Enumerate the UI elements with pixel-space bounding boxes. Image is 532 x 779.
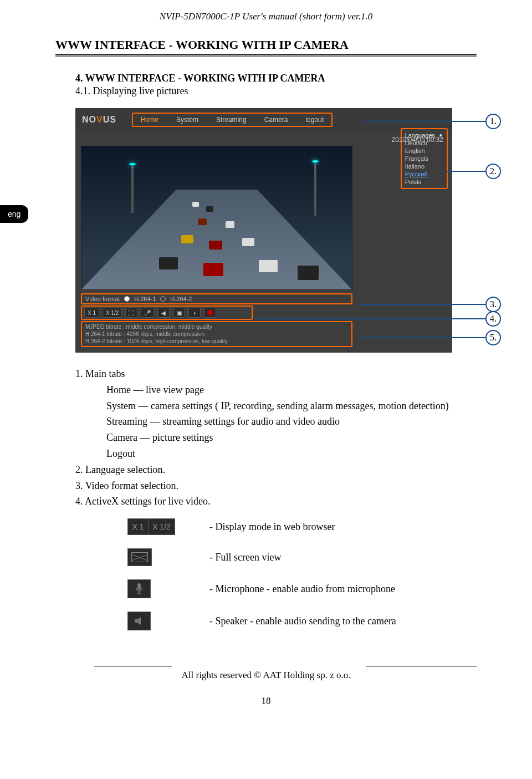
legend-camera: Camera — picture settings bbox=[106, 430, 477, 446]
mic-button[interactable]: 🎤 bbox=[141, 308, 154, 318]
callout-3: 3. bbox=[358, 297, 501, 312]
page-number: 18 bbox=[0, 695, 532, 706]
nav-camera[interactable]: Camera bbox=[264, 116, 288, 124]
fullscreen-icon bbox=[127, 548, 152, 566]
pause-button[interactable]: ▪ bbox=[188, 308, 201, 318]
footer-rule bbox=[94, 666, 477, 666]
vf-h264-2-label: H.264-2 bbox=[170, 296, 192, 302]
nav-system[interactable]: System bbox=[176, 116, 198, 124]
vf-h264-1-label: H.264-1 bbox=[134, 296, 156, 302]
zoom-x1-button[interactable]: X 1 bbox=[84, 308, 99, 318]
callout-num-4: 4. bbox=[485, 311, 501, 327]
live-video-frame[interactable] bbox=[81, 146, 352, 290]
manual-header: NVIP-5DN7000C-1P User's manual (short fo… bbox=[55, 11, 477, 22]
legend-list: 1. Main tabs Home — live view page Syste… bbox=[75, 366, 477, 510]
desc-mic: - Microphone - enable audio from microph… bbox=[209, 583, 395, 595]
callout-num-5: 5. bbox=[485, 330, 501, 345]
icon-descriptions: X 1X 1/2 - Display mode in web browser -… bbox=[127, 518, 477, 630]
callout-num-3: 3. bbox=[485, 297, 501, 312]
subsection-4: 4. WWW INTERFACE - WORKING WITH IP CAMER… bbox=[75, 73, 477, 84]
microphone-icon bbox=[127, 579, 151, 598]
logo-part-v: V bbox=[96, 115, 103, 124]
vf-label: Video format bbox=[85, 296, 120, 302]
zoom-x12-button[interactable]: X 1/2 bbox=[103, 308, 122, 318]
legend-home: Home — live view page bbox=[106, 382, 477, 398]
zoom-x12-icon: X 1/2 bbox=[149, 518, 175, 535]
nav-home[interactable]: Home bbox=[141, 116, 158, 124]
footer-copyright: All rights reserved © AAT Holding sp. z … bbox=[0, 670, 532, 681]
bitrate-h264-2: H.264-2 bitrate : 1024 kbps, high compre… bbox=[85, 338, 348, 345]
section-title: WWW INTERFACE - WORKING WITH IP CAMERA bbox=[55, 38, 477, 52]
legend-1: 1. Main tabs bbox=[75, 366, 477, 382]
record-icon bbox=[207, 310, 213, 315]
nav-logout[interactable]: logout bbox=[305, 116, 324, 124]
zoom-x1-icon: X 1 bbox=[127, 518, 149, 535]
icon-row-speaker: - Speaker - enable audio sending to the … bbox=[127, 612, 477, 630]
logo-part-a: NO bbox=[82, 115, 96, 124]
callout-num-2: 2. bbox=[485, 164, 501, 179]
desc-speaker: - Speaker - enable audio sending to the … bbox=[209, 615, 396, 627]
subsection-4-1: 4.1. Displaying live pictures bbox=[75, 85, 477, 97]
callout-2: 2. bbox=[447, 164, 501, 179]
activex-controls-highlight: X 1 X 1/2 ⛶ 🎤 ◀ ▣ ▪ bbox=[81, 306, 253, 320]
legend-3: 3. Video format selection. bbox=[75, 478, 477, 494]
novus-logo: NOVUS bbox=[82, 115, 116, 125]
icon-row-mic: - Microphone - enable audio from microph… bbox=[127, 579, 477, 598]
speaker-button[interactable]: ◀ bbox=[157, 308, 170, 318]
main-nav-highlight: Home System Streaming Camera logout bbox=[132, 113, 332, 127]
nav-streaming[interactable]: Streaming bbox=[216, 116, 247, 124]
title-rule bbox=[55, 54, 477, 57]
legend-logout: Logout bbox=[106, 446, 477, 462]
fullscreen-button[interactable]: ⛶ bbox=[125, 308, 137, 318]
desc-fullscreen: - Full screen view bbox=[209, 552, 281, 563]
callout-1: 1. bbox=[364, 114, 501, 129]
callout-4: 4. bbox=[258, 311, 501, 327]
snapshot-button[interactable]: ▣ bbox=[173, 308, 185, 318]
svg-rect-0 bbox=[137, 583, 141, 590]
record-button[interactable] bbox=[204, 308, 216, 318]
legend-2: 2. Language selection. bbox=[75, 462, 477, 478]
legend-streaming: Streaming — streaming settings for audio… bbox=[106, 414, 477, 430]
legend-system: System — camera settings ( IP, recording… bbox=[106, 398, 477, 414]
icon-row-displaymode: X 1X 1/2 - Display mode in web browser bbox=[127, 518, 477, 535]
callout-num-1: 1. bbox=[485, 114, 501, 129]
radio-h264-1[interactable] bbox=[124, 296, 130, 302]
bitrate-h264-1: H.264-1 bitrate : 4096 kbps, middle comp… bbox=[85, 330, 348, 338]
logo-part-b: US bbox=[103, 115, 116, 124]
legend-4: 4. ActiveX settings for live video. bbox=[75, 493, 477, 510]
svg-marker-3 bbox=[135, 617, 141, 625]
radio-h264-2[interactable] bbox=[160, 296, 166, 302]
icon-row-fullscreen: - Full screen view bbox=[127, 548, 477, 566]
video-timestamp: 2010/04/05 00:32 bbox=[81, 136, 447, 144]
desc-displaymode: - Display mode in web browser bbox=[209, 521, 335, 533]
speaker-icon bbox=[127, 612, 151, 630]
video-format-highlight: Video format H.264-1 H.264-2 bbox=[81, 293, 352, 304]
callout-5: 5. bbox=[358, 330, 501, 345]
